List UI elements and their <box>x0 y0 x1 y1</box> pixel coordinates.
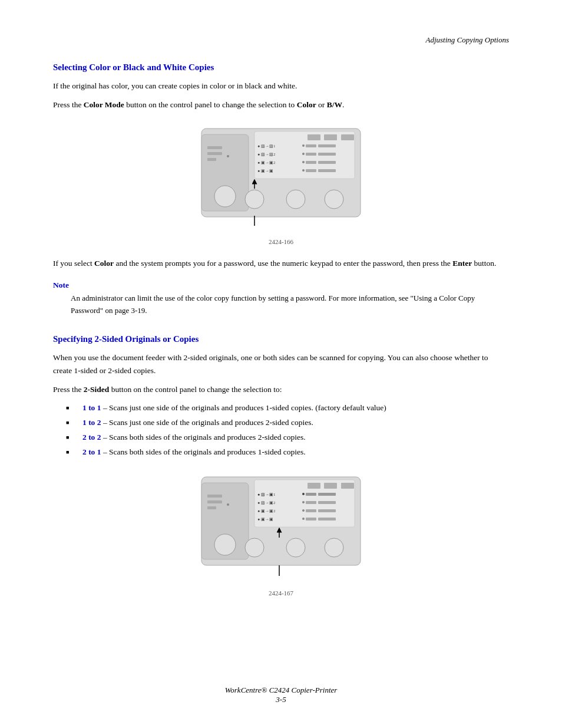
svg-rect-21 <box>318 169 336 172</box>
svg-rect-55 <box>207 500 222 503</box>
svg-text:● ▨→▨1: ● ▨→▨1 <box>257 144 276 149</box>
svg-rect-56 <box>207 506 216 509</box>
svg-rect-13 <box>318 153 336 156</box>
svg-point-29 <box>325 190 343 209</box>
footer-line1: WorkCentre® C2424 Copier-Printer <box>0 686 562 695</box>
svg-text:● ▣→▣: ● ▣→▣ <box>257 169 273 173</box>
section1-para2-end: . <box>342 100 344 109</box>
svg-text:● ▨→▨2: ● ▨→▨2 <box>257 152 276 157</box>
section2-para1: When you use the document feeder with 2-… <box>53 351 509 377</box>
section1-para2-start: Press the <box>53 100 84 109</box>
svg-point-47 <box>302 509 305 512</box>
svg-rect-9 <box>318 144 336 147</box>
bullet3-bold: 2 to 2 <box>82 433 101 442</box>
header-text: Adjusting Copying Options <box>425 35 509 44</box>
svg-rect-48 <box>306 509 316 512</box>
svg-text:● ▣→▣: ● ▣→▣ <box>257 517 273 522</box>
section1-para3-end: button. <box>472 259 496 268</box>
svg-rect-41 <box>318 493 336 496</box>
svg-point-25 <box>227 155 229 157</box>
bullet4-text: – Scans both sides of the originals and … <box>103 447 306 456</box>
section1-para2-or: or <box>316 100 327 109</box>
svg-point-59 <box>245 538 264 557</box>
svg-rect-53 <box>318 518 336 521</box>
svg-rect-23 <box>207 152 222 155</box>
page-header: Adjusting Copying Options <box>53 35 509 45</box>
svg-point-43 <box>302 501 305 503</box>
svg-rect-16 <box>306 161 316 164</box>
section1-para2-mid: button on the control panel to change th… <box>124 100 297 109</box>
svg-rect-52 <box>306 518 316 521</box>
section1-para3-bold1: Color <box>94 259 114 268</box>
svg-point-7 <box>302 144 305 147</box>
section1-para2: Press the Color Mode button on the contr… <box>53 98 509 111</box>
section1-title: Selecting Color or Black and White Copie… <box>53 62 509 73</box>
svg-point-19 <box>302 169 305 172</box>
bullet-item-1: 1 to 1 – Scans just one side of the orig… <box>77 401 509 415</box>
note-text: An administrator can limit the use of th… <box>71 292 509 317</box>
svg-text:● ▣→▣2: ● ▣→▣2 <box>257 160 276 165</box>
section1-para3-mid: and the system prompts you for a passwor… <box>114 259 452 268</box>
svg-rect-5 <box>341 134 354 140</box>
svg-text:● ▣→▣2: ● ▣→▣2 <box>257 509 276 513</box>
section1-para2-bold1: Color Mode <box>84 100 124 109</box>
section1-para2-bold3: B/W <box>327 100 342 109</box>
bullet2-bold: 1 to 2 <box>82 418 101 427</box>
image1-caption: 2424-166 <box>53 238 509 245</box>
image2-container: ● ▨→▣1 ● ▨→▣2 ● ▣→▣2 ● ▣→▣ <box>53 471 509 597</box>
bullet-item-2: 1 to 2 – Scans just one side of the orig… <box>77 416 509 430</box>
bullet1-text: – Scans just one side of the originals a… <box>103 403 386 412</box>
device-panel-image1: ● ▨→▨1 ● ▨→▨2 ● ▣→▣2 ● ▣→▣ <box>190 123 372 235</box>
section2-para2-bold: 2-Sided <box>84 385 110 394</box>
footer-line2: 3-5 <box>0 695 562 704</box>
bullet3-text: – Scans both sides of the originals and … <box>103 433 306 442</box>
svg-point-51 <box>302 518 305 520</box>
bullet2-text: – Scans just one side of the originals a… <box>103 418 313 427</box>
svg-point-61 <box>325 538 343 557</box>
section2-para2-end: button on the control panel to change th… <box>109 385 282 394</box>
svg-rect-17 <box>318 161 336 164</box>
svg-point-26 <box>214 186 236 207</box>
svg-rect-3 <box>308 134 320 140</box>
svg-point-15 <box>302 161 305 163</box>
svg-rect-37 <box>341 483 354 489</box>
svg-rect-44 <box>306 501 316 504</box>
svg-point-58 <box>214 534 236 555</box>
image2-caption: 2424-167 <box>53 589 509 597</box>
bullet-item-3: 2 to 2 – Scans both sides of the origina… <box>77 431 509 444</box>
section1-para3-bold2: Enter <box>452 259 472 268</box>
svg-rect-45 <box>318 501 336 504</box>
bullet-list: 1 to 1 – Scans just one side of the orig… <box>77 401 509 459</box>
svg-text:● ▨→▣1: ● ▨→▣1 <box>257 492 276 497</box>
section1-para1: If the original has color, you can creat… <box>53 80 509 93</box>
svg-text:● ▨→▣2: ● ▨→▣2 <box>257 500 276 505</box>
svg-rect-40 <box>306 493 316 496</box>
svg-rect-8 <box>306 144 316 147</box>
page: Adjusting Copying Options Selecting Colo… <box>0 0 562 728</box>
section1-para3-start: If you select <box>53 259 94 268</box>
svg-point-28 <box>286 190 305 209</box>
note-label: Note <box>53 281 509 290</box>
svg-rect-49 <box>318 509 336 512</box>
svg-rect-35 <box>308 483 320 489</box>
bullet-item-4: 2 to 1 – Scans both sides of the origina… <box>77 446 509 459</box>
svg-point-60 <box>286 538 305 557</box>
bullet1-bold: 1 to 1 <box>82 403 101 412</box>
section2-para2-start: Press the <box>53 385 84 394</box>
device-panel-image2: ● ▨→▣1 ● ▨→▣2 ● ▣→▣2 ● ▣→▣ <box>190 471 372 586</box>
svg-rect-12 <box>306 153 316 156</box>
section2-title: Specifying 2-Sided Originals or Copies <box>53 334 509 344</box>
section1-para2-bold2: Color <box>297 100 316 109</box>
svg-rect-22 <box>207 146 222 149</box>
page-footer: WorkCentre® C2424 Copier-Printer 3-5 <box>0 686 562 704</box>
svg-rect-20 <box>306 169 316 172</box>
svg-rect-54 <box>207 495 222 498</box>
svg-rect-4 <box>324 134 337 140</box>
svg-point-57 <box>227 503 229 506</box>
svg-point-39 <box>302 493 305 495</box>
section2-para2: Press the 2-Sided button on the control … <box>53 383 509 396</box>
svg-rect-36 <box>324 483 337 489</box>
bullet4-bold: 2 to 1 <box>82 447 101 456</box>
image1-container: ● ▨→▨1 ● ▨→▨2 ● ▣→▣2 ● ▣→▣ <box>53 123 509 245</box>
svg-point-11 <box>302 153 305 155</box>
